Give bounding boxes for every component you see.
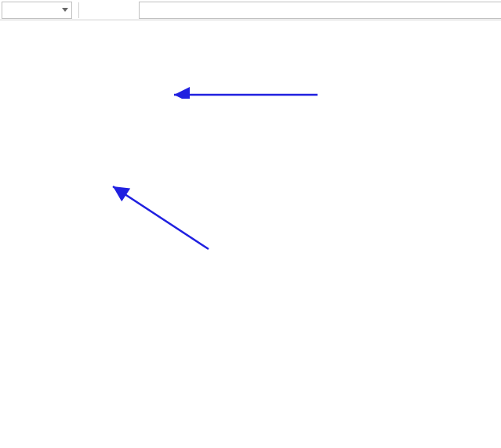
arrow-icon xyxy=(165,63,329,99)
cancel-icon[interactable] xyxy=(81,2,100,19)
arrow-icon xyxy=(102,177,227,263)
fx-icon[interactable] xyxy=(118,2,137,19)
separator xyxy=(78,2,79,18)
enter-icon[interactable] xyxy=(100,2,118,19)
annotation-repeat xyxy=(102,177,227,266)
svg-line-1 xyxy=(113,186,209,249)
formula-bar xyxy=(0,0,501,20)
name-box-dropdown-icon[interactable] xyxy=(62,8,68,12)
annotation-table xyxy=(165,63,329,101)
formula-input[interactable] xyxy=(139,2,501,19)
name-box[interactable] xyxy=(2,2,72,19)
